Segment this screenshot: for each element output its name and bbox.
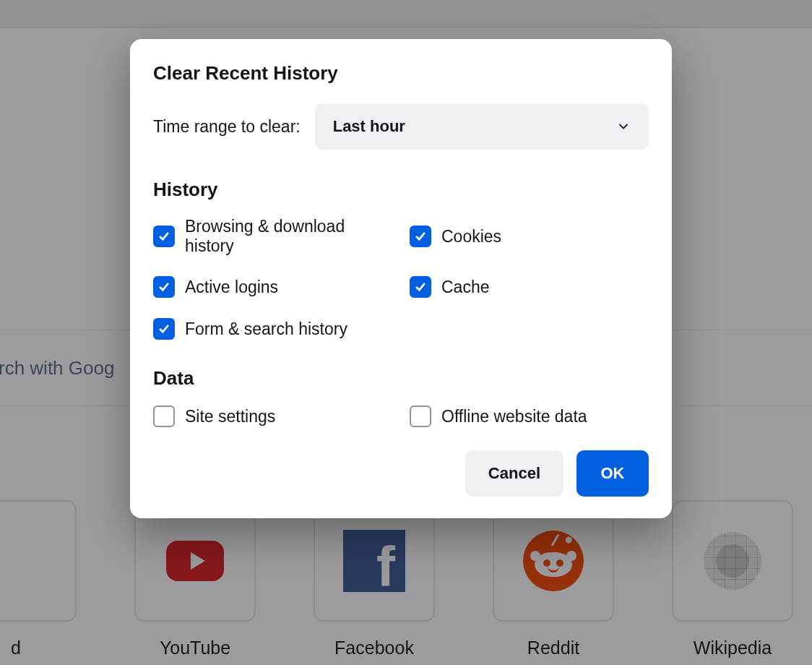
checkbox-empty-icon	[410, 406, 431, 427]
checkbox-cookies[interactable]: Cookies	[410, 217, 649, 256]
checkbox-browsing-history[interactable]: Browsing & download history	[153, 217, 392, 256]
checkbox-form-history-label: Form & search history	[185, 319, 347, 339]
checkbox-cache[interactable]: Cache	[410, 276, 649, 298]
checkbox-browsing-history-label: Browsing & download history	[185, 217, 392, 256]
checkbox-cookies-label: Cookies	[441, 227, 501, 246]
checkmark-icon	[410, 226, 431, 247]
time-range-value: Last hour	[333, 117, 405, 136]
checkbox-site-settings-label: Site settings	[185, 407, 275, 426]
time-range-select[interactable]: Last hour	[315, 103, 649, 150]
checkbox-cache-label: Cache	[441, 278, 489, 297]
time-range-row: Time range to clear: Last hour	[153, 103, 649, 150]
checkmark-icon	[153, 276, 175, 298]
checkmark-icon	[410, 276, 431, 298]
checkbox-empty-icon	[153, 406, 175, 427]
checkbox-active-logins[interactable]: Active logins	[153, 276, 392, 298]
time-range-label: Time range to clear:	[153, 117, 301, 137]
ok-button[interactable]: OK	[576, 450, 649, 497]
clear-history-dialog: Clear Recent History Time range to clear…	[130, 39, 672, 518]
checkmark-icon	[153, 318, 175, 340]
checkbox-form-history[interactable]: Form & search history	[153, 318, 392, 340]
data-checkbox-grid: Site settings Offline website data	[153, 406, 649, 427]
dialog-actions: Cancel OK	[153, 450, 649, 497]
dialog-title: Clear Recent History	[153, 62, 649, 85]
history-checkbox-grid: Browsing & download history Cookies Acti…	[153, 217, 649, 340]
checkbox-site-settings[interactable]: Site settings	[153, 406, 392, 427]
checkmark-icon	[153, 226, 175, 247]
checkbox-offline-data[interactable]: Offline website data	[410, 406, 649, 427]
cancel-button[interactable]: Cancel	[465, 450, 563, 497]
section-data-title: Data	[153, 367, 649, 390]
section-history-title: History	[153, 179, 649, 201]
checkbox-active-logins-label: Active logins	[185, 278, 278, 297]
checkbox-offline-data-label: Offline website data	[441, 407, 587, 426]
chevron-down-icon	[616, 119, 631, 134]
